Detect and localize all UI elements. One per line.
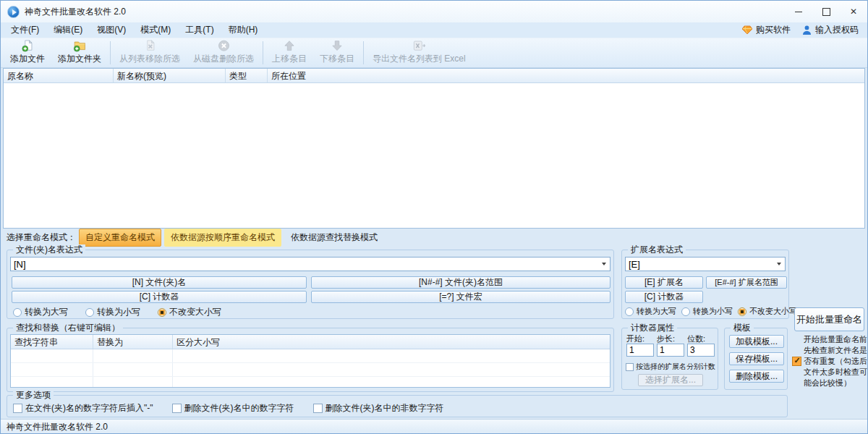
template-title: 模板 [731, 323, 754, 333]
tab-datasource-find-replace-mode[interactable]: 依数据源查找替换模式 [284, 229, 384, 247]
delete-circle-icon [215, 40, 233, 52]
remove-file-icon [141, 40, 159, 52]
duplicate-check-label: 开始批量重命名前先检查新文件名是否有重复（勾选后文件太多时检查可能会比较慢） [804, 334, 867, 388]
toolbar: 添加文件 添加文件夹 从列表移除所选 从磁盘删除 [1, 38, 867, 68]
name-expression-title: 文件(夹)名表达式 [13, 244, 85, 255]
title-bar: 神奇文件批量改名软件 2.0 [1, 1, 867, 22]
menu-help[interactable]: 帮助(H) [221, 22, 265, 38]
counter-properties-title: 计数器属性 [628, 323, 677, 333]
ext-expression-group: 扩展名表达式 [E] 扩展名 [E#-#] 扩展名范围 [C] 计数器 转换为大… [621, 250, 789, 319]
export-excel-button[interactable]: 导出文件名列表到 Excel [366, 38, 472, 67]
ext-uppercase-radio[interactable]: 转换为大写 [625, 306, 676, 317]
column-new-name[interactable]: 新名称(预览) [114, 69, 226, 82]
move-up-button[interactable]: 上移条目 [265, 38, 313, 67]
column-find-string[interactable]: 查找字符串 [11, 335, 93, 349]
ext-expression-title: 扩展名表达式 [628, 244, 686, 255]
delete-template-button[interactable]: 删除模板... [729, 370, 784, 383]
find-replace-row[interactable] [11, 349, 610, 363]
ext-expression-combo [625, 257, 786, 271]
name-expression-input[interactable] [11, 258, 598, 271]
minimize-button[interactable] [785, 1, 812, 22]
insert-ext-counter-button[interactable]: [C] 计数器 [625, 291, 703, 303]
find-replace-row[interactable] [11, 363, 610, 377]
more-options-group: 更多选项 在文件(夹)名的数字字符后插入"-" 删除文件(夹)名中的数字字符 删… [7, 395, 788, 417]
delete-from-disk-button[interactable]: 从磁盘删除所选 [187, 38, 260, 67]
insert-dash-after-digits-checkbox[interactable]: 在文件(夹)名的数字字符后插入"-" [13, 402, 153, 414]
gem-icon [742, 25, 752, 35]
counter-step-input[interactable] [657, 344, 684, 357]
insert-macro-button[interactable]: [=?] 文件宏 [311, 291, 610, 303]
name-uppercase-radio[interactable]: 转换为大写 [13, 306, 68, 318]
excel-icon [409, 40, 429, 52]
arrow-up-icon [281, 40, 298, 52]
name-lowercase-radio[interactable]: 转换为小写 [85, 306, 140, 318]
remove-selected-from-list-button[interactable]: 从列表移除所选 [113, 38, 187, 67]
insert-name-range-button[interactable]: [N#-#] 文件(夹)名范围 [311, 276, 610, 289]
remove-non-digits-checkbox[interactable]: 删除文件(夹)名中的非数字字符 [313, 402, 444, 414]
menu-tools[interactable]: 工具(T) [178, 22, 221, 38]
column-type[interactable]: 类型 [226, 69, 268, 82]
save-template-button[interactable]: 保存模板... [729, 352, 784, 365]
find-replace-title: 查找和替换（右键可编辑） [13, 323, 123, 333]
file-list-body[interactable] [4, 83, 864, 228]
ext-expression-input[interactable] [626, 258, 773, 271]
mode-bar: 选择重命名模式： 自定义重命名模式 依数据源按顺序重命名模式 依数据源查找替换模… [1, 229, 867, 247]
menu-mode[interactable]: 模式(M) [133, 22, 178, 38]
move-down-button[interactable]: 下移条目 [313, 38, 361, 67]
template-group: 模板 加载模板... 保存模板... 删除模板... [724, 328, 788, 390]
column-case-sensitive[interactable]: 区分大小写 [173, 335, 610, 349]
tab-datasource-sequence-mode[interactable]: 依数据源按顺序重命名模式 [164, 229, 281, 247]
remove-digits-checkbox[interactable]: 删除文件(夹)名中的数字字符 [172, 402, 294, 414]
insert-name-button[interactable]: [N] 文件(夹)名 [12, 276, 307, 289]
add-folder-icon [70, 40, 89, 52]
maximize-button[interactable] [812, 1, 840, 22]
arrow-down-icon [328, 40, 346, 52]
menu-file[interactable]: 文件(F) [4, 22, 46, 38]
load-template-button[interactable]: 加载模板... [729, 335, 784, 348]
ext-keepcase-radio[interactable]: 不改变大小写 [738, 306, 797, 317]
count-per-extension-checkbox[interactable]: 按选择的扩展名分别计数 [626, 362, 715, 372]
toolbar-separator [363, 41, 364, 64]
counter-digits-label: 位数: [687, 333, 705, 344]
counter-digits-input[interactable] [687, 344, 715, 357]
person-icon [802, 25, 812, 35]
status-bar: 神奇文件批量改名软件 2.0 [1, 419, 867, 434]
name-keepcase-radio[interactable]: 不改变大小写 [158, 306, 221, 318]
menu-edit[interactable]: 编辑(E) [46, 22, 90, 38]
ext-lowercase-radio[interactable]: 转换为小写 [681, 306, 733, 317]
insert-counter-button[interactable]: [C] 计数器 [12, 291, 307, 303]
find-replace-row[interactable] [11, 377, 610, 388]
duplicate-check-option[interactable]: 开始批量重命名前先检查新文件名是否有重复（勾选后文件太多时检查可能会比较慢） [792, 334, 867, 388]
column-location[interactable]: 所在位置 [268, 69, 864, 82]
tab-custom-rename-mode[interactable]: 自定义重命名模式 [79, 229, 161, 247]
column-replace-with[interactable]: 替换为 [93, 335, 173, 349]
toolbar-separator [263, 41, 263, 64]
add-file-button[interactable]: 添加文件 [4, 38, 51, 67]
enter-license-button[interactable]: 输入授权码 [802, 24, 859, 36]
add-file-icon [19, 40, 37, 52]
window-title: 神奇文件批量改名软件 2.0 [25, 6, 126, 18]
chevron-down-icon[interactable] [598, 258, 610, 271]
chevron-down-icon[interactable] [773, 258, 785, 271]
add-folder-button[interactable]: 添加文件夹 [51, 38, 108, 67]
status-text: 神奇文件批量改名软件 2.0 [7, 421, 108, 433]
menu-view[interactable]: 视图(V) [90, 22, 133, 38]
start-batch-rename-button[interactable]: 开始批量重命名 [794, 307, 864, 331]
select-extension-button[interactable]: 选择扩展名... [638, 374, 703, 386]
mode-bar-label: 选择重命名模式： [7, 231, 76, 244]
close-button[interactable] [840, 1, 867, 22]
column-original-name[interactable]: 原名称 [4, 69, 114, 82]
counter-start-label: 开始: [626, 333, 644, 344]
counter-start-input[interactable] [626, 344, 654, 357]
more-options-title: 更多选项 [13, 390, 54, 400]
app-window: 神奇文件批量改名软件 2.0 文件(F) 编辑(E) 视图(V) 模式(M) 工… [0, 0, 868, 434]
find-replace-group: 查找和替换（右键可编辑） 查找字符串 替换为 区分大小写 [7, 328, 614, 392]
insert-ext-button[interactable]: [E] 扩展名 [625, 276, 703, 289]
name-expression-group: 文件(夹)名表达式 [N] 文件(夹)名 [N#-#] 文件(夹)名范围 [C]… [7, 250, 614, 319]
buy-software-button[interactable]: 购买软件 [742, 24, 791, 36]
insert-ext-range-button[interactable]: [E#-#] 扩展名范围 [706, 276, 787, 289]
counter-properties-group: 计数器属性 开始: 步长: 位数: 按选择的扩展名分别计数 选择扩展名... [621, 328, 718, 390]
name-expression-combo [10, 257, 610, 271]
duplicate-check-checkbox[interactable] [792, 357, 801, 366]
counter-step-label: 步长: [657, 333, 675, 344]
